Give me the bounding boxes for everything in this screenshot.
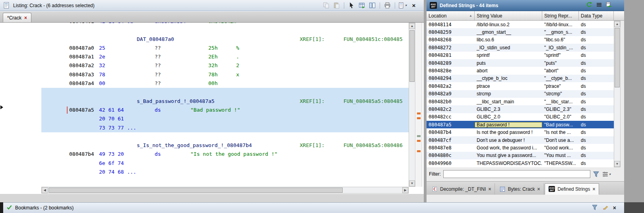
tab-crack-close-icon[interactable]: × (24, 15, 27, 21)
scroll-thumb[interactable] (48, 188, 343, 193)
scroll-thumb[interactable] (615, 28, 620, 87)
paste-icon[interactable] (332, 1, 341, 10)
tab-defined-strings[interactable]: 0101DAT Defined Strings × (545, 183, 599, 195)
cell-data-type: ds (579, 29, 614, 35)
cursor-location-icon[interactable] (347, 1, 356, 10)
listing-mnemonic: undefined4 (155, 23, 186, 26)
string-row[interactable]: 080482a9 strcmp "strcmp" ds (427, 90, 614, 98)
string-row[interactable]: 08048289 puts "puts" ds (427, 59, 614, 67)
listing-row[interactable]: 08048401 42 1c 84 0a undefined4 0A841C42… (41, 23, 409, 26)
table-vertical-scrollbar[interactable]: ▲ ▼ (614, 21, 621, 167)
string-row[interactable]: 080487a5 Bad password ! "Bad passw... ds (427, 121, 614, 128)
listing-row[interactable] (41, 132, 409, 141)
scroll-down-icon[interactable]: ▼ (614, 161, 620, 167)
listing-row[interactable]: 080487a0 25 ?? 25h % (41, 44, 409, 52)
cell-data-type: ds (579, 137, 614, 143)
refresh-icon[interactable] (586, 2, 592, 9)
scroll-right-icon[interactable]: ▶ (402, 187, 408, 193)
listing-horizontal-scrollbar[interactable]: ◀ ▶ (41, 187, 409, 194)
listing-row[interactable]: s_Bad_password_!_080487a5 XREF[1]: FUN_0… (41, 97, 409, 106)
string-row[interactable]: 080482a2 ptrace "ptrace" ds (427, 82, 614, 90)
listing-close-icon[interactable]: × (409, 1, 419, 10)
change-marker[interactable] (417, 150, 421, 152)
listing-vertical-scrollbar[interactable]: ▲ ▼ (409, 23, 415, 187)
diff-view-icon[interactable] (368, 1, 376, 10)
tab-decompile[interactable]: Decompile: _DT_FINI × (428, 183, 495, 195)
listing-row[interactable]: 080487a4 00 ?? 00h (41, 79, 409, 88)
defined-strings-title-bar[interactable]: 0101DAT Defined Strings - 44 items (427, 0, 624, 11)
change-marker[interactable] (417, 140, 421, 142)
column-header-data-type[interactable]: Data Type (579, 11, 614, 21)
scroll-down-icon[interactable]: ▼ (409, 180, 415, 186)
scroll-up-icon[interactable]: ▲ (614, 21, 620, 27)
listing-operand-value: 25h (208, 44, 217, 52)
string-row[interactable]: 080482b0 __libc_start_main "__libc_star.… (427, 98, 614, 105)
listing-row[interactable]: DAT_080487a0 XREF[1]: FUN_0804851c:08048… (41, 35, 409, 44)
listing-row[interactable]: 6e 6f 74 (41, 159, 409, 168)
string-row[interactable]: 08048294 __ctype_b_loc "__ctype_b... ds (427, 75, 614, 82)
string-row[interactable]: 080482cc GLIBC_2.0 "GLIBC_2.0" ds (427, 113, 614, 121)
listing-view[interactable]: 08048401 42 1c 84 0a undefined4 0A841C42… (41, 23, 409, 194)
listing-label: s_Is_not_the_good_password_!_080487b4 (137, 141, 252, 150)
string-row[interactable]: 080482c2 GLIBC_2.3 "GLIBC_2.3" ds (427, 105, 614, 113)
string-row[interactable]: 08048259 __gmon_start__ "__gmon_s... ds (427, 28, 614, 36)
string-row[interactable]: 080487e8 Good work, the password i... "G… (427, 144, 614, 151)
column-header-string-repr[interactable]: String Repr... (542, 11, 579, 21)
snapshot-table-icon[interactable] (358, 1, 366, 10)
listing-row[interactable]: 080487a3 78 ?? 78h x (41, 70, 409, 79)
string-row[interactable]: 080487cf Don't use a debuguer ! "Don't u… (427, 136, 614, 144)
listing-row[interactable]: 20 74 68 ... (41, 168, 409, 176)
string-row[interactable]: 08049960 THEPASSWORDISEASYTOC... "THEPAS… (427, 159, 614, 167)
column-header-location[interactable]: Location ▲ (427, 11, 475, 21)
change-marker[interactable] (417, 112, 421, 114)
listing-row[interactable]: 080487a2 32 ?? 32h 2 (41, 61, 409, 70)
cell-location: 080482a9 (427, 91, 475, 97)
listing-row[interactable]: 080487a1 2e ?? 2Eh . (41, 52, 409, 61)
defined-strings-table[interactable]: 08048114 /lib/ld-linux.so.2 "/lib/ld-lin… (427, 21, 614, 167)
tab-bytes[interactable]: Bytes: Crack × (496, 183, 544, 195)
scroll-thumb[interactable] (409, 30, 415, 82)
tab-close-icon[interactable]: × (537, 186, 540, 192)
string-row[interactable]: 08048268 libc.so.6 "libc.so.6" ds (427, 36, 614, 44)
listing-title-bar[interactable]: Listing: Crack - (6 addresses selected) (0, 0, 424, 11)
tab-close-icon[interactable]: × (592, 186, 595, 192)
filter-input[interactable] (443, 170, 590, 178)
bookmark-marker[interactable] (417, 135, 421, 137)
listing-display-options-icon[interactable]: ▾ (398, 1, 407, 10)
column-header-string-value[interactable]: String Value (475, 11, 542, 21)
toolbar-separator (395, 2, 395, 9)
listing-row[interactable]: 080487b4 49 73 20 ds "Is not the good pa… (41, 150, 409, 159)
change-marker[interactable] (417, 117, 421, 119)
bookmarks-close-icon[interactable]: × (613, 205, 616, 211)
string-row[interactable]: 08048114 /lib/ld-linux.so.2 "/lib/ld-lin… (427, 21, 614, 28)
listing-marker-margin[interactable] (416, 23, 422, 187)
listing-row[interactable] (41, 176, 409, 185)
cell-data-type: ds (579, 145, 614, 151)
listing-row[interactable]: 20 70 61 (41, 114, 409, 123)
bookmarks-panel-header[interactable]: Bookmarks - (2 bookmarks) × (3, 202, 624, 213)
listing-row[interactable]: 73 73 77 ... (41, 124, 409, 132)
listing-row[interactable]: s_Is_not_the_good_password_!_080487b4 XR… (41, 141, 409, 150)
filter-options-icon[interactable]: ▾ (602, 171, 611, 178)
listing-row[interactable]: 080487a5 42 61 64 ds "Bad password !" (41, 106, 409, 114)
copy-icon[interactable] (322, 1, 330, 10)
menu-icon[interactable] (596, 2, 602, 9)
tab-crack[interactable]: *Crack × (3, 13, 31, 22)
print-icon[interactable] (383, 1, 392, 10)
string-row[interactable]: 080487b4 Is not the good password ! "Is … (427, 128, 614, 136)
string-row[interactable]: 0804828e abort "abort" ds (427, 67, 614, 74)
splitter-arrow-icon[interactable] (0, 105, 3, 109)
bookmarks-edit-icon[interactable] (602, 204, 609, 212)
scroll-up-icon[interactable]: ▲ (409, 23, 415, 29)
export-icon[interactable] (606, 2, 612, 9)
cell-location: 080487e8 (427, 145, 475, 151)
string-row[interactable]: 08048272 _IO_stdin_used "_IO_stdin_... d… (427, 44, 614, 51)
string-row[interactable]: 0804880c You must give a password... "Yo… (427, 152, 614, 159)
string-row[interactable]: 08048281 sprintf "sprintf" ds (427, 52, 614, 59)
bookmarks-filter-icon[interactable] (592, 204, 598, 212)
clear-filter-icon[interactable] (593, 171, 599, 178)
tab-close-icon[interactable]: × (488, 186, 491, 192)
scroll-left-icon[interactable]: ◀ (42, 187, 48, 193)
listing-row[interactable] (41, 88, 409, 97)
listing-row[interactable] (41, 26, 409, 35)
